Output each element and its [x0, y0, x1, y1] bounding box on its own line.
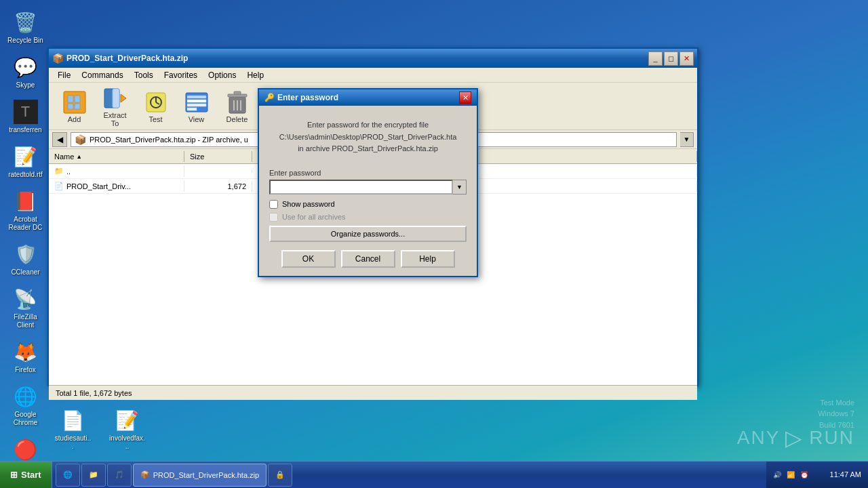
restore-button[interactable]: ◻ [664, 52, 678, 66]
help-button[interactable]: Help [401, 250, 455, 268]
svg-rect-2 [75, 96, 80, 102]
start-button[interactable]: ⊞ Start [0, 462, 52, 489]
view-icon [184, 89, 210, 115]
file-size-cell [184, 170, 252, 173]
desktop-icon-skype[interactable]: 💬 Skype [3, 52, 47, 93]
file-name-cell: 📄 PROD_Start_Driv... [49, 180, 184, 192]
system-tray: 🔊 📶 ⏰ 11:47 AM [766, 462, 868, 488]
back-button[interactable]: ◀ [52, 132, 67, 147]
svg-rect-16 [187, 108, 197, 110]
ok-button[interactable]: OK [281, 250, 336, 268]
desktop-icon-ratedtold[interactable]: 📝 ratedtold.rtf [3, 141, 47, 182]
show-password-checkbox[interactable] [269, 200, 278, 209]
chrome-label: Google Chrome [7, 411, 44, 427]
dialog-close-button[interactable]: ✕ [459, 92, 471, 104]
svg-rect-15 [187, 104, 206, 106]
desktop-icon-filezilla[interactable]: 📡 FileZilla Client [3, 283, 47, 333]
delete-icon [224, 89, 250, 115]
toolbar-view-button[interactable]: View [178, 86, 215, 127]
desktop-icon-transferren[interactable]: T transferren [3, 96, 47, 138]
desktop-icon-firefox[interactable]: 🦊 Firefox [3, 336, 47, 378]
menu-help[interactable]: Help [241, 69, 269, 81]
info-line2: C:\Users\admin\Desktop\PROD_Start_Driver… [275, 131, 461, 144]
desktop: 🗑️ Recycle Bin 💬 Skype T transferren 📝 r… [0, 0, 868, 488]
ccleaner-icon: 🛡️ [14, 242, 38, 266]
filezilla-label: FileZilla Client [7, 313, 44, 329]
menu-file[interactable]: File [52, 69, 76, 81]
menu-tools[interactable]: Tools [129, 69, 159, 81]
recycle-bin-label: Recycle Bin [7, 37, 43, 45]
desktop-icon-chrome[interactable]: 🌐 Google Chrome [3, 381, 47, 430]
clock[interactable]: 11:47 AM [814, 470, 861, 480]
desktop-icon-list: 🗑️ Recycle Bin 💬 Skype T transferren 📝 r… [0, 0, 47, 482]
recycle-bin-icon: 🗑️ [14, 10, 38, 35]
tray-network-icon: 🔊 [773, 471, 781, 479]
toolbar-delete-button[interactable]: Delete [218, 86, 256, 127]
opera-icon: 🔴 [14, 437, 38, 462]
password-section: Enter password ▼ [269, 169, 467, 195]
delete-label: Delete [226, 115, 248, 123]
taskbar-winrar-label: PROD_Start_DriverPack.hta.zip [153, 471, 260, 479]
taskbar-apps: 🌐 📁 🎵 📦 PROD_Start_DriverPack.hta.zip 🔒 [52, 464, 766, 487]
svg-rect-14 [187, 100, 206, 102]
bottom-desktop-icons: 📄 studiesauti... 📝 involvedfax... [51, 405, 149, 454]
acrobat-icon: 📕 [14, 189, 38, 214]
taskbar-ie[interactable]: 🌐 [56, 464, 80, 487]
minimize-button[interactable]: _ [648, 52, 663, 66]
winrar-title: PROD_Start_DriverPack.hta.zip [66, 54, 645, 63]
desktop-icon-involved[interactable]: 📝 involvedfax... [105, 405, 149, 454]
view-label: View [189, 115, 205, 123]
chrome-icon: 🌐 [14, 384, 38, 409]
menu-favorites[interactable]: Favorites [159, 69, 203, 81]
filezilla-icon: 📡 [14, 287, 38, 311]
svg-marker-7 [121, 94, 126, 102]
desktop-icon-studies[interactable]: 📄 studiesauti... [51, 405, 95, 454]
dialog-title: Enter password [277, 93, 456, 102]
firefox-label: Firefox [15, 366, 36, 374]
extract-icon [102, 85, 128, 111]
window-controls: _ ◻ ✕ [648, 52, 694, 66]
organize-passwords-button[interactable]: Organize passwords... [269, 226, 467, 242]
use-all-label[interactable]: Use for all archives [282, 213, 346, 221]
use-all-checkbox[interactable] [269, 213, 278, 222]
desktop-icon-acrobat[interactable]: 📕 Acrobat Reader DC [3, 186, 47, 235]
add-icon [62, 89, 87, 115]
taskbar-winrar[interactable]: 📦 PROD_Start_DriverPack.hta.zip [133, 464, 267, 487]
studies-icon: 📄 [61, 408, 85, 432]
add-label: Add [68, 115, 81, 123]
dialog-body: Enter password for the encrypted file C:… [259, 106, 477, 276]
status-bar: Total 1 file, 1,672 bytes [49, 385, 697, 400]
file-name-cell: 📁 .. [49, 165, 184, 177]
password-dropdown[interactable]: ▼ [453, 180, 467, 195]
toolbar-extract-button[interactable]: Extract To [96, 82, 134, 131]
extract-label: Extract To [100, 111, 130, 127]
transferren-icon: T [14, 100, 38, 124]
studies-label: studiesauti... [54, 434, 92, 451]
menu-options[interactable]: Options [203, 69, 241, 81]
show-password-label[interactable]: Show password [282, 200, 335, 208]
taskbar-unknown[interactable]: 🔒 [268, 464, 292, 487]
menu-commands[interactable]: Commands [76, 69, 128, 81]
cancel-button[interactable]: Cancel [341, 250, 395, 268]
close-button[interactable]: ✕ [679, 52, 694, 66]
taskbar-media[interactable]: 🎵 [107, 464, 132, 487]
svg-rect-3 [68, 104, 73, 109]
dialog-buttons: OK Cancel Help [269, 250, 467, 268]
taskbar-explorer[interactable]: 📁 [81, 464, 106, 487]
address-dropdown[interactable]: ▼ [680, 132, 694, 147]
anyrun-logo: ANY ▷ RUN [737, 425, 854, 451]
desktop-icon-ccleaner[interactable]: 🛡️ CCleaner [3, 239, 47, 280]
svg-rect-6 [113, 89, 119, 108]
ratedtold-label: ratedtold.rtf [8, 171, 43, 179]
toolbar-test-button[interactable]: Test [137, 86, 174, 127]
desktop-icon-recycle-bin[interactable]: 🗑️ Recycle Bin [3, 7, 47, 48]
password-input[interactable] [269, 180, 453, 195]
taskbar: ⊞ Start 🌐 📁 🎵 📦 PROD_Start_DriverPack.ht… [0, 461, 868, 488]
ccleaner-label: CCleaner [11, 268, 39, 277]
info-line3: in archive PROD_Start_DriverPack.hta.zip [275, 143, 461, 155]
toolbar-add-button[interactable]: Add [56, 86, 93, 127]
info-line1: Enter password for the encrypted file [275, 119, 461, 131]
col-size[interactable]: Size [184, 151, 252, 162]
col-name[interactable]: Name ▲ [49, 151, 184, 162]
ratedtold-icon: 📝 [14, 144, 38, 169]
